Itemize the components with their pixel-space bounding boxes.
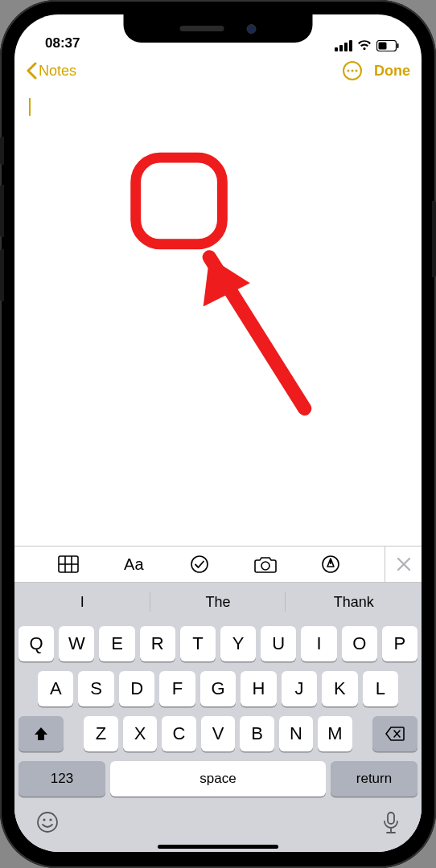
keyboard-row: Q W E R T Y U I O P [19, 626, 417, 661]
predictive-text-bar: I The Thank [14, 583, 422, 621]
clock: 08:37 [45, 35, 80, 51]
back-button[interactable]: Notes [26, 62, 76, 80]
key[interactable]: X [123, 716, 158, 751]
key[interactable]: J [282, 671, 317, 706]
dictation-icon[interactable] [382, 811, 400, 835]
navbar: Notes Done [14, 53, 422, 88]
key[interactable]: Q [19, 626, 54, 661]
text-format-icon[interactable]: Aa [121, 552, 146, 576]
checklist-icon[interactable] [187, 552, 212, 576]
key[interactable]: T [180, 626, 216, 661]
key[interactable]: G [200, 671, 236, 706]
keyboard: Q W E R T Y U I O P A S D F G H J K L [14, 621, 422, 852]
chevron-left-icon [26, 62, 37, 80]
volume-up-button [0, 185, 4, 237]
speaker-grille [180, 26, 224, 31]
table-icon[interactable] [56, 552, 80, 576]
key[interactable]: S [78, 671, 113, 706]
key[interactable]: R [140, 626, 175, 661]
svg-rect-18 [388, 813, 394, 824]
more-options-icon[interactable] [342, 60, 363, 81]
key[interactable]: F [159, 671, 195, 706]
key[interactable]: M [318, 716, 352, 751]
svg-rect-7 [136, 158, 223, 244]
svg-point-12 [191, 556, 208, 572]
key[interactable]: E [99, 626, 134, 661]
back-label: Notes [39, 63, 76, 80]
key[interactable]: C [162, 716, 196, 751]
keyboard-row: 123 space return [19, 761, 417, 796]
keyboard-row: Z X C V B N M [19, 716, 417, 751]
key[interactable]: W [59, 626, 94, 661]
svg-point-16 [43, 818, 45, 821]
svg-point-15 [38, 813, 57, 832]
key[interactable]: L [363, 671, 398, 706]
cell-signal-icon [335, 40, 352, 51]
markup-icon[interactable] [319, 552, 343, 576]
space-key[interactable]: space [110, 761, 326, 796]
emoji-icon[interactable] [36, 811, 59, 833]
key[interactable]: K [322, 671, 357, 706]
delete-key[interactable] [372, 716, 417, 751]
svg-point-17 [49, 818, 51, 821]
mute-switch [0, 137, 4, 165]
keyboard-row: A S D F G H J K L [19, 671, 417, 706]
screen: 08:37 Notes Done [14, 14, 422, 852]
volume-down-button [0, 249, 4, 301]
svg-rect-1 [379, 43, 387, 50]
notch [124, 14, 313, 43]
key[interactable]: P [382, 626, 417, 661]
battery-icon [376, 40, 399, 51]
power-button [432, 201, 436, 277]
wifi-icon [357, 40, 372, 51]
status-right [335, 40, 399, 51]
key[interactable]: D [119, 671, 154, 706]
key[interactable]: Z [84, 716, 118, 751]
key[interactable]: N [279, 716, 314, 751]
svg-rect-2 [397, 43, 399, 48]
text-cursor [29, 98, 31, 116]
backspace-icon [385, 727, 405, 741]
svg-point-5 [352, 70, 354, 72]
key[interactable]: O [342, 626, 377, 661]
key[interactable]: Y [220, 626, 256, 661]
suggestion[interactable]: I [14, 583, 150, 621]
svg-point-4 [348, 70, 350, 72]
camera-icon[interactable] [253, 552, 278, 576]
svg-point-13 [261, 562, 269, 570]
return-key[interactable]: return [331, 761, 417, 796]
home-indicator[interactable] [158, 845, 278, 849]
close-toolbar-icon[interactable] [385, 547, 422, 582]
key[interactable]: U [261, 626, 296, 661]
tutorial-annotation [14, 88, 422, 538]
key[interactable]: A [38, 671, 73, 706]
format-toolbar: Aa [14, 546, 422, 583]
svg-point-6 [356, 70, 358, 72]
front-camera [247, 24, 257, 34]
numbers-key[interactable]: 123 [19, 761, 105, 796]
key[interactable]: B [240, 716, 274, 751]
suggestion[interactable]: Thank [286, 583, 422, 621]
shift-icon [33, 726, 49, 742]
suggestion[interactable]: The [150, 583, 286, 621]
key[interactable]: I [301, 626, 336, 661]
shift-key[interactable] [19, 716, 64, 751]
note-body[interactable] [14, 88, 422, 546]
done-button[interactable]: Done [374, 63, 410, 80]
keyboard-footer [19, 796, 417, 840]
key[interactable]: H [241, 671, 276, 706]
key[interactable]: V [201, 716, 236, 751]
phone-frame: 08:37 Notes Done [0, 0, 436, 868]
